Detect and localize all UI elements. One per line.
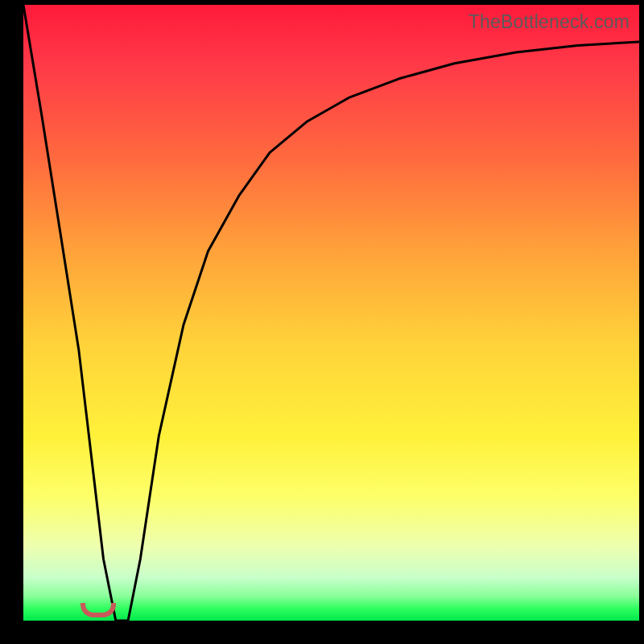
chart-container: TheBottleneck.com [0,0,644,644]
bottleneck-curve [23,5,639,621]
plot-area: TheBottleneck.com [23,5,639,621]
